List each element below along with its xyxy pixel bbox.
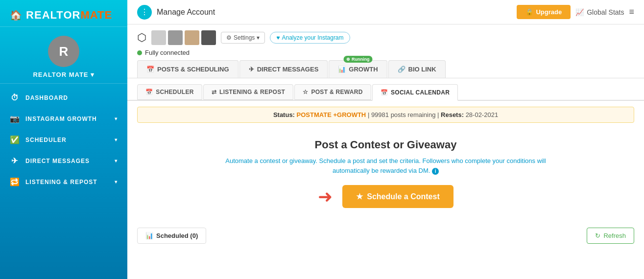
sidebar-item-scheduler[interactable]: ✅ SCHEDULER ▾ (0, 129, 127, 150)
star-icon: ★ (356, 192, 363, 201)
expand-arrow-icon: ▾ (115, 116, 118, 121)
logo: 🏠 REALTORMATE (10, 9, 118, 22)
main-content: ⋮ Manage Account 🔒 🔒 Upgrade Upgrade 📈 G… (127, 0, 644, 279)
schedule-contest-button[interactable]: ★ Schedule a Contest (342, 185, 453, 208)
hamburger-icon[interactable]: ≡ (629, 7, 634, 17)
send-icon: ✈ (249, 66, 254, 73)
ig-avatars (151, 30, 216, 45)
lock-icon: 🔒 (525, 8, 533, 16)
expand-arrow-icon: ▾ (115, 158, 118, 163)
sub-tab-social-calendar[interactable]: 📅 SOCIAL CALENDAR (372, 84, 458, 101)
connected-dot (137, 50, 142, 55)
sidebar-item-listening-repost[interactable]: 🔁 LISTENING & REPOST ▾ (0, 171, 127, 192)
heart-icon: ♥ (276, 34, 280, 41)
nav-items: ⏱ DASHBOARD 📷 INSTAGRAM GROWTH ▾ ✅ SCHED… (0, 84, 127, 192)
stats-chart-icon: 📈 (575, 8, 584, 16)
expand-arrow-icon: ▾ (115, 137, 118, 142)
settings-button[interactable]: ⚙ Settings ▾ (221, 32, 265, 44)
logo-highlight: MATE (80, 9, 112, 21)
info-icon: i (432, 168, 439, 175)
top-header: ⋮ Manage Account 🔒 🔒 Upgrade Upgrade 📈 G… (127, 0, 644, 24)
global-stats-link[interactable]: 📈 Global Stats (575, 8, 624, 16)
account-name: REALTOR MATE ▾ (33, 71, 94, 78)
sub-tabs: 📅 SCHEDULER ⇄ LISTENING & REPOST ☆ POST … (127, 78, 644, 101)
ig-avatar-1 (151, 30, 166, 45)
sidebar-item-instagram-growth[interactable]: 📷 INSTAGRAM GROWTH ▾ (0, 108, 127, 129)
contest-section: Post a Contest or Giveaway Automate a co… (127, 129, 644, 228)
chevron-down-icon: ▾ (257, 34, 260, 41)
scheduled-list-button[interactable]: 📊 Scheduled (0) (137, 228, 206, 244)
tab-bio-link[interactable]: 🔗 BIO LINK (388, 60, 446, 78)
repost-icon: ⇄ (212, 89, 216, 95)
arrow-right-icon: ➜ (318, 186, 333, 207)
repost-icon: 🔁 (10, 177, 20, 186)
messages-icon: ✈ (10, 156, 20, 165)
content-area: ⬡ ⚙ Settings ▾ ♥ ♥ Analyze your Instagra… (127, 24, 644, 279)
sidebar: 🏠 REALTORMATE R REALTOR MATE ▾ ⏱ DASHBOA… (0, 0, 127, 279)
page-title: Manage Account (157, 8, 512, 17)
gear-icon: ⚙ (226, 34, 232, 41)
calendar-icon: 📅 (146, 66, 154, 73)
dropdown-arrow-icon: ▾ (91, 71, 95, 78)
ig-avatar-3 (185, 30, 199, 45)
running-badge: ⊕ Running (343, 56, 372, 63)
upgrade-button[interactable]: 🔒 🔒 Upgrade Upgrade (517, 5, 571, 19)
tab-growth[interactable]: ⊕ Running 📊 GROWTH (329, 60, 387, 78)
logo-house-icon: 🏠 (10, 10, 23, 21)
status-bar: Status: POSTMATE +GROWTH | 99981 posts r… (137, 107, 634, 123)
avatar: R (48, 36, 79, 67)
clock-icon: ⏱ (10, 93, 20, 102)
instagram-bar: ⬡ ⚙ Settings ▾ ♥ ♥ Analyze your Instagra… (127, 24, 644, 48)
connection-status: Fully connected (127, 48, 644, 60)
menu-button[interactable]: ⋮ (137, 5, 152, 20)
scheduler-icon: ✅ (10, 135, 20, 144)
star-icon: ☆ (303, 89, 308, 95)
link-icon: 🔗 (398, 66, 405, 73)
calendar-icon: 📅 (381, 89, 388, 96)
scheduler-icon: 📅 (145, 89, 153, 95)
expand-arrow-icon: ▾ (115, 179, 118, 185)
sidebar-item-dashboard[interactable]: ⏱ DASHBOARD (0, 88, 127, 108)
sub-tab-post-reward[interactable]: ☆ POST & REWARD (294, 84, 371, 100)
dots-icon: ⋮ (141, 7, 148, 17)
main-tabs: 📅 POSTS & SCHEDULING ✈ DIRECT MESSAGES ⊕… (127, 60, 644, 78)
tab-posts-scheduling[interactable]: 📅 POSTS & SCHEDULING (137, 60, 239, 78)
schedule-area: ➜ ★ Schedule a Contest (137, 185, 634, 208)
growth-chart-icon: 📊 (338, 66, 346, 73)
scheduled-section: 📊 Scheduled (0) ↻ Refresh (127, 228, 644, 249)
sub-tab-scheduler[interactable]: 📅 SCHEDULER (137, 84, 202, 100)
sub-tab-listening-repost[interactable]: ⇄ LISTENING & REPOST (203, 84, 293, 100)
contest-title: Post a Contest or Giveaway (137, 139, 634, 151)
sidebar-item-direct-messages[interactable]: ✈ DIRECT MESSAGES ▾ (0, 150, 127, 171)
refresh-button[interactable]: ↻ Refresh (587, 228, 634, 244)
instagram-icon: 📷 (10, 114, 20, 123)
ig-avatar-4 (201, 30, 216, 45)
contest-description: Automate a contest or giveaway. Schedule… (215, 156, 557, 175)
instagram-icon: ⬡ (137, 31, 146, 44)
bar-chart-icon: 📊 (145, 232, 153, 239)
avatar-area: R REALTOR MATE ▾ (0, 27, 127, 84)
refresh-icon: ↻ (595, 232, 600, 239)
ig-avatar-2 (168, 30, 183, 45)
analyze-instagram-button[interactable]: ♥ ♥ Analyze your Instagram Analyze your … (270, 32, 350, 44)
logo-area: 🏠 REALTORMATE (0, 0, 127, 27)
tab-direct-messages[interactable]: ✈ DIRECT MESSAGES (239, 60, 328, 78)
